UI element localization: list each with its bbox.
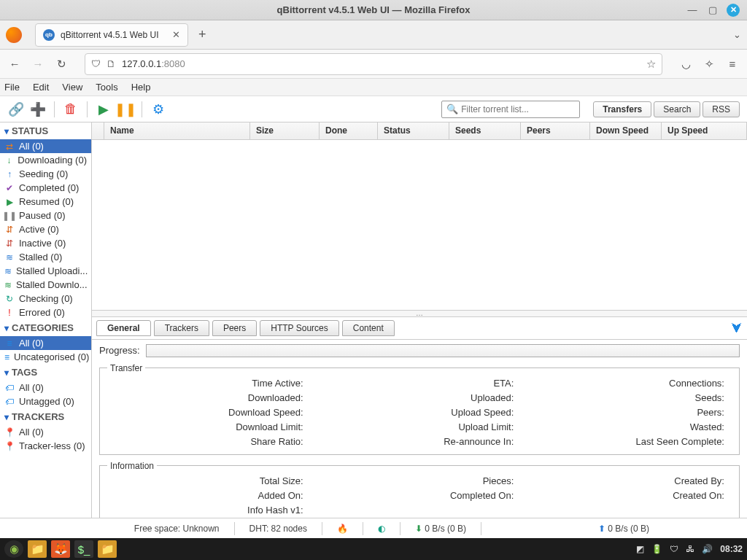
col-status[interactable]: Status	[378, 122, 449, 139]
sidebar-item[interactable]: ≋Stalled Uploadi...	[0, 264, 91, 278]
col-seeds[interactable]: Seeds	[449, 122, 521, 139]
sidebar-item[interactable]: ⇄All (0)	[0, 139, 91, 153]
sidebar-item[interactable]: ↻Checking (0)	[0, 292, 91, 306]
col-size[interactable]: Size	[250, 122, 320, 139]
col-name[interactable]: Name	[104, 122, 250, 139]
nav-back-button[interactable]: ←	[7, 58, 22, 70]
col-done[interactable]: Done	[320, 122, 378, 139]
detail-collapse-button[interactable]: ⮟	[731, 322, 743, 335]
tray-clock[interactable]: 08:32	[720, 544, 743, 554]
status-upspeed[interactable]: ⬆ 0 B/s (0 B)	[598, 524, 649, 534]
sidebar-item[interactable]: ≡All (0)	[0, 336, 91, 350]
menu-tools[interactable]: Tools	[96, 82, 117, 93]
filter-input[interactable]	[461, 104, 575, 114]
chevron-down-icon: ▾	[4, 368, 9, 378]
settings-button[interactable]: ⚙	[150, 101, 167, 118]
start-menu-button[interactable]: ◉	[4, 540, 23, 558]
bookmark-star-icon[interactable]: ☆	[646, 58, 656, 71]
nav-reload-button[interactable]: ↻	[54, 58, 69, 71]
window-minimize-button[interactable]: —	[686, 4, 699, 17]
tray-shield-icon[interactable]: 🛡	[670, 544, 678, 554]
sidebar-item-label: Tracker-less (0)	[19, 440, 85, 451]
sidebar-categories-header[interactable]: ▾CATEGORIES	[0, 319, 91, 336]
tray-volume-icon[interactable]: 🔊	[702, 544, 713, 554]
field-label: Info Hash v1:	[107, 505, 311, 516]
tab-transfers[interactable]: Transfers	[593, 101, 651, 117]
add-link-button[interactable]: 🔗	[7, 101, 25, 118]
sidebar-item[interactable]: ⇵Inactive (0)	[0, 236, 91, 250]
field-label: Pieces:	[318, 475, 522, 486]
field-label	[318, 505, 522, 516]
sidebar-item[interactable]: ≋Stalled Downlo...	[0, 278, 91, 292]
nav-forward-button[interactable]: →	[31, 58, 45, 70]
sidebar-item[interactable]: ▶Resumed (0)	[0, 195, 91, 209]
window-close-button[interactable]: ✕	[727, 4, 740, 17]
col-down[interactable]: Down Speed	[590, 122, 662, 139]
tracking-shield-icon[interactable]: 🛡	[91, 58, 101, 69]
tab-rss[interactable]: RSS	[703, 101, 740, 117]
add-torrent-button[interactable]: ➕	[29, 101, 47, 118]
field-label: Created By:	[528, 475, 732, 486]
detail-tab-content[interactable]: Content	[342, 320, 395, 336]
taskbar-files-icon[interactable]: 📁	[28, 540, 47, 558]
taskbar-terminal-icon[interactable]: $_	[74, 540, 93, 558]
pocket-icon[interactable]: ◡	[678, 58, 693, 71]
tray-network-icon[interactable]: 🖧	[686, 544, 694, 554]
status-downspeed[interactable]: ⬇ 0 B/s (0 B)	[415, 524, 466, 534]
sidebar-tags-header[interactable]: ▾TAGS	[0, 364, 91, 381]
menu-help[interactable]: Help	[131, 82, 151, 93]
sidebar-item[interactable]: 🏷All (0)	[0, 381, 91, 394]
detail-tab-general[interactable]: General	[96, 320, 151, 336]
sidebar-item[interactable]: ⇵Active (0)	[0, 222, 91, 236]
field-label: Last Seen Complete:	[528, 436, 732, 447]
sidebar-item[interactable]: 🏷Untagged (0)	[0, 394, 91, 408]
sidebar-status-header[interactable]: ▾STATUS	[0, 122, 91, 139]
sidebar-item[interactable]: ✔Completed (0)	[0, 181, 91, 195]
site-info-icon[interactable]: 🗋	[107, 58, 116, 69]
extensions-icon[interactable]: ✧	[702, 58, 716, 71]
sidebar-item-label: Stalled (0)	[19, 252, 62, 262]
col-up[interactable]: Up Speed	[662, 122, 747, 139]
window-maximize-button[interactable]: ▢	[706, 4, 719, 17]
resume-button[interactable]: ▶	[95, 101, 112, 118]
menu-edit[interactable]: Edit	[33, 82, 49, 93]
sidebar-item[interactable]: ↑Seeding (0)	[0, 167, 91, 181]
menu-file[interactable]: File	[4, 82, 20, 93]
flame-icon[interactable]: 🔥	[337, 524, 348, 534]
sidebar-item[interactable]: ≡Uncategorised (0)	[0, 350, 91, 364]
sidebar-item[interactable]: 📍Tracker-less (0)	[0, 439, 91, 453]
tab-close-button[interactable]: ✕	[172, 29, 180, 40]
tab-search[interactable]: Search	[654, 101, 700, 117]
delete-button[interactable]: 🗑	[62, 101, 80, 118]
field-label	[528, 505, 732, 516]
sidebar-item[interactable]: !Errored (0)	[0, 306, 91, 319]
new-tab-button[interactable]: +	[196, 24, 209, 45]
browser-tab[interactable]: qb qBittorrent v4.5.1 Web UI ✕	[35, 23, 188, 47]
taskbar-firefox-icon[interactable]: 🦊	[51, 540, 70, 558]
window-titlebar: qBittorrent v4.5.1 Web UI — Mozilla Fire…	[0, 0, 747, 20]
col-peers[interactable]: Peers	[521, 122, 590, 139]
detail-tab-trackers[interactable]: Trackers	[154, 320, 209, 336]
detail-tab-peers[interactable]: Peers	[212, 320, 257, 336]
field-label: Total Size:	[107, 475, 311, 486]
filter-search[interactable]: 🔍	[441, 101, 580, 118]
info-grid: Total Size:Pieces:Created By:Added On:Co…	[107, 475, 732, 518]
url-bar[interactable]: 🛡 🗋 127.0.0.1:8080 ☆	[85, 53, 662, 75]
tray-app-icon[interactable]: ◩	[636, 544, 644, 554]
field-label: Upload Speed:	[318, 407, 522, 418]
tab-overflow-button[interactable]: ⌄	[733, 29, 741, 40]
pause-button[interactable]: ❚❚	[117, 101, 134, 118]
panel-splitter[interactable]: …	[92, 310, 747, 317]
sidebar-item[interactable]: ↓Downloading (0)	[0, 153, 91, 167]
sidebar-item[interactable]: ❚❚Paused (0)	[0, 209, 91, 222]
taskbar-folder-icon[interactable]: 📁	[98, 540, 117, 558]
sidebar-item-icon: ⇄	[4, 141, 15, 152]
sidebar-item[interactable]: ≋Stalled (0)	[0, 250, 91, 264]
sidebar-item[interactable]: 📍All (0)	[0, 425, 91, 439]
detail-tab-http[interactable]: HTTP Sources	[260, 320, 338, 336]
tray-battery-icon[interactable]: 🔋	[651, 544, 662, 554]
menu-view[interactable]: View	[62, 82, 82, 93]
app-menu-button[interactable]: ≡	[725, 58, 740, 70]
globe-icon[interactable]: ◐	[378, 524, 385, 534]
sidebar-trackers-header[interactable]: ▾TRACKERS	[0, 408, 91, 425]
